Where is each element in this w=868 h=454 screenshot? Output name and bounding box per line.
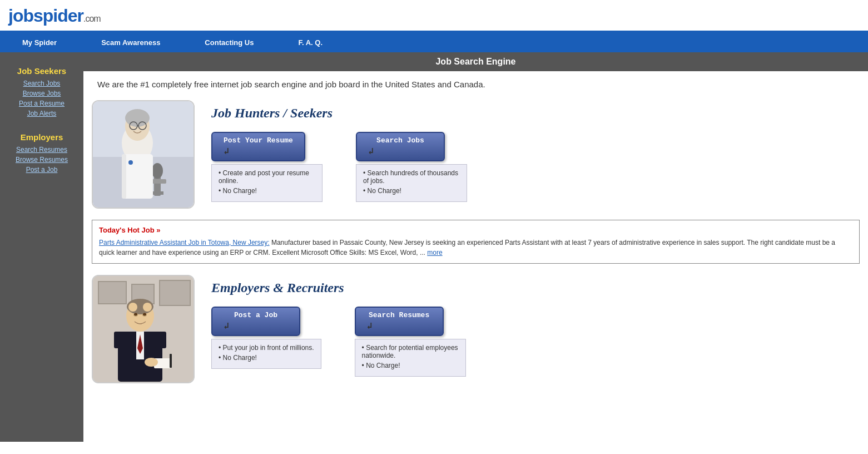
search-jobs-desc-2: • No Charge! [363, 187, 460, 195]
sidebar-browse-jobs[interactable]: Browse Jobs [0, 88, 83, 98]
svg-point-28 [143, 303, 152, 312]
hot-job-label: Today's Hot Job » [99, 226, 852, 234]
search-resumes-button[interactable]: Search Resumes [355, 307, 444, 336]
sidebar-job-alerts[interactable]: Job Alerts [0, 108, 83, 119]
svg-point-31 [134, 313, 137, 316]
post-job-col: Post a Job • Put your job in front of mi… [211, 307, 321, 369]
logo-spider: spider [33, 6, 83, 26]
employers-buttons: Post a Job • Put your job in front of mi… [211, 307, 860, 377]
employers-content: Employers & Recruiters Post a Job • Put … [211, 275, 860, 377]
search-resumes-col: Search Resumes • Search for potential em… [355, 307, 466, 377]
post-job-desc: • Put your job in front of millions. • N… [211, 339, 321, 369]
svg-point-32 [143, 313, 146, 316]
navbar: My Spider Scam Awareness Contacting Us F… [0, 32, 868, 52]
scientist-image [92, 100, 195, 209]
job-seekers-title: Job Seekers [0, 61, 83, 78]
businessman-image [92, 275, 195, 383]
sidebar-post-job[interactable]: Post a Job [0, 165, 83, 175]
post-resume-button[interactable]: Post Your Resume [211, 132, 305, 161]
post-resume-desc-1: • Create and post your resume online. [219, 169, 315, 185]
employers-section: Employers & Recruiters Post a Job • Put … [92, 275, 860, 383]
layout: Job Seekers Search Jobs Browse Jobs Post… [0, 52, 868, 442]
sidebar-search-jobs[interactable]: Search Jobs [0, 78, 83, 88]
sidebar: Job Seekers Search Jobs Browse Jobs Post… [0, 52, 83, 442]
svg-point-14 [128, 160, 133, 165]
sidebar-search-resumes[interactable]: Search Resumes [0, 145, 83, 155]
sidebar-browse-resumes[interactable]: Browse Resumes [0, 155, 83, 165]
nav-contacting-us[interactable]: Contacting Us [182, 32, 276, 52]
intro-text: We are the #1 completely free internet j… [97, 80, 860, 89]
job-seekers-title-main: Job Hunters / Seekers [211, 106, 860, 121]
job-seekers-section: Job Hunters / Seekers Post Your Resume •… [92, 100, 860, 209]
search-jobs-desc: • Search hundreds of thousands of jobs. … [356, 164, 467, 202]
svg-point-4 [152, 163, 163, 179]
hot-job-text: Parts Administrative Assistant Job in To… [99, 238, 852, 258]
search-resumes-desc: • Search for potential employees nationw… [355, 339, 466, 377]
post-job-desc-2: • No Charge! [219, 354, 314, 362]
post-resume-desc: • Create and post your resume online. • … [211, 164, 323, 202]
post-job-button[interactable]: Post a Job [211, 307, 300, 336]
logo: jobspider.com [8, 6, 860, 26]
job-seekers-buttons: Post Your Resume • Create and post your … [211, 132, 860, 202]
post-resume-desc-2: • No Charge! [219, 187, 315, 195]
svg-point-35 [145, 358, 158, 367]
search-jobs-desc-1: • Search hundreds of thousands of jobs. [363, 169, 460, 185]
svg-rect-13 [122, 154, 126, 199]
svg-rect-19 [160, 280, 190, 305]
hot-job-link[interactable]: Parts Administrative Assistant Job in To… [99, 239, 270, 246]
logo-com: .com [83, 14, 101, 23]
logo-job: job [8, 6, 33, 26]
header: jobspider.com [0, 0, 868, 32]
nav-scam-awareness[interactable]: Scam Awareness [79, 32, 182, 52]
hot-job-more[interactable]: more [427, 249, 442, 256]
main-content: Job Search Engine We are the #1 complete… [83, 52, 868, 442]
hot-job-box: Today's Hot Job » Parts Administrative A… [92, 220, 860, 264]
search-resumes-desc-2: • No Charge! [362, 362, 459, 369]
svg-rect-12 [122, 154, 153, 199]
nav-faq[interactable]: F. A. Q. [276, 32, 345, 52]
sidebar-post-resume[interactable]: Post a Resume [0, 98, 83, 108]
search-jobs-button[interactable]: Search Jobs [356, 132, 445, 161]
svg-rect-34 [170, 354, 172, 368]
svg-rect-17 [98, 282, 126, 304]
svg-rect-24 [155, 332, 166, 348]
nav-my-spider[interactable]: My Spider [0, 32, 79, 52]
page-title: Job Search Engine [83, 52, 868, 71]
svg-point-27 [128, 303, 137, 312]
job-seekers-content: Job Hunters / Seekers Post Your Resume •… [211, 100, 860, 202]
employers-title-main: Employers & Recruiters [211, 280, 860, 295]
search-jobs-col: Search Jobs • Search hundreds of thousan… [356, 132, 467, 202]
svg-rect-23 [114, 332, 125, 348]
post-job-desc-1: • Put your job in front of millions. [219, 344, 314, 352]
employers-title: Employers [0, 127, 83, 145]
svg-rect-5 [151, 191, 163, 195]
post-resume-col: Post Your Resume • Create and post your … [211, 132, 323, 202]
search-resumes-desc-1: • Search for potential employees nationw… [362, 344, 459, 359]
